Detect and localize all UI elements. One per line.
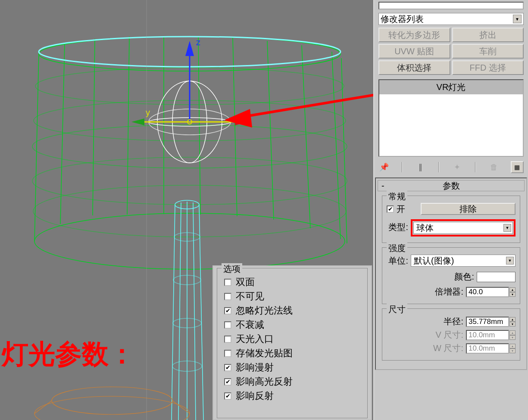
svg-point-34 bbox=[34, 396, 190, 420]
svg-marker-38 bbox=[185, 41, 194, 56]
show-end-result-icon[interactable]: ∥ bbox=[415, 162, 426, 173]
multiplier-spinner[interactable]: ▲▼ bbox=[509, 287, 516, 297]
radius-input[interactable]: 35.778mm bbox=[466, 317, 509, 327]
svg-line-6 bbox=[127, 37, 129, 215]
ignore-normals-checkbox[interactable]: ✔ bbox=[224, 307, 231, 314]
affect-diffuse-checkbox[interactable]: ✔ bbox=[224, 364, 231, 371]
chevron-down-icon[interactable]: ▼ bbox=[513, 15, 522, 23]
svg-line-9 bbox=[233, 38, 237, 216]
units-value: 默认(图像) bbox=[414, 255, 454, 267]
intensity-legend: 强度 bbox=[387, 243, 407, 254]
affect-diffuse-label: 影响漫射 bbox=[236, 361, 274, 374]
extrude-button[interactable]: 挤出 bbox=[452, 28, 524, 42]
svg-line-11 bbox=[302, 45, 310, 228]
w-size-spinner: ▲▼ bbox=[509, 344, 516, 353]
make-unique-icon[interactable]: ✦ bbox=[452, 162, 463, 173]
vol-select-button[interactable]: 体积选择 bbox=[378, 60, 450, 75]
stack-item-vr-light[interactable]: VR灯光 bbox=[379, 80, 523, 94]
w-size-input: 10.0mm bbox=[466, 343, 509, 354]
sky-portal-label: 天光入口 bbox=[236, 333, 274, 345]
svg-line-12 bbox=[332, 52, 341, 239]
rollout-header[interactable]: - 参数 bbox=[378, 180, 525, 191]
svg-point-17 bbox=[33, 185, 346, 237]
no-decay-checkbox[interactable] bbox=[224, 321, 231, 329]
radius-label: 半径: bbox=[444, 316, 463, 327]
options-group-legend: 选项 bbox=[222, 263, 242, 275]
affect-refl-label: 影响反射 bbox=[236, 389, 274, 402]
affect-refl-checkbox[interactable]: ✔ bbox=[224, 392, 231, 400]
intensity-group: 强度 单位: 默认(图像) ▼ 颜色: 倍增器: 40.0 ▲▼ bbox=[382, 247, 520, 304]
toolbar-separator bbox=[438, 162, 439, 172]
multiplier-label: 倍增器: bbox=[435, 286, 463, 298]
invisible-checkbox[interactable] bbox=[224, 293, 231, 300]
annotation-text: 灯光参数： bbox=[2, 339, 135, 369]
w-size-label: W 尺寸: bbox=[433, 342, 463, 354]
toolbar-separator bbox=[475, 162, 476, 172]
on-label: 开 bbox=[397, 203, 405, 215]
svg-line-26 bbox=[178, 202, 181, 420]
svg-line-35 bbox=[34, 401, 52, 414]
z-axis-label: z bbox=[196, 37, 200, 47]
type-value: 球体 bbox=[416, 222, 434, 234]
v-size-input: 10.0mm bbox=[466, 330, 509, 340]
type-label: 类型: bbox=[387, 221, 408, 233]
rollout-toggle[interactable]: - bbox=[381, 181, 384, 191]
double-sided-label: 双面 bbox=[236, 276, 255, 289]
to-poly-button[interactable]: 转化为多边形 bbox=[378, 28, 450, 42]
modifier-list-dropdown[interactable]: 修改器列表 ▼ bbox=[378, 13, 524, 25]
rollout-title: 参数 bbox=[443, 180, 460, 192]
uvw-map-button[interactable]: UVW 贴图 bbox=[378, 44, 450, 59]
lathe-button[interactable]: 车削 bbox=[452, 44, 524, 59]
color-swatch[interactable] bbox=[477, 272, 516, 282]
delete-modifier-icon[interactable]: 🗑 bbox=[488, 162, 500, 173]
v-size-spinner: ▲▼ bbox=[509, 330, 516, 340]
type-dropdown[interactable]: 球体 ▼ bbox=[413, 222, 513, 234]
svg-point-33 bbox=[52, 387, 172, 414]
svg-line-28 bbox=[193, 202, 196, 420]
svg-marker-40 bbox=[131, 118, 144, 125]
object-name-field[interactable] bbox=[378, 2, 524, 9]
size-group: 尺寸 半径: 35.778mm ▲▼ V 尺寸: 10.0mm ▲▼ W 尺寸:… bbox=[382, 308, 520, 361]
on-checkbox[interactable]: ✔ bbox=[387, 205, 394, 213]
v-size-label: V 尺寸: bbox=[436, 329, 463, 341]
double-sided-checkbox[interactable] bbox=[224, 279, 231, 286]
general-legend: 常规 bbox=[387, 191, 407, 202]
options-rollout-panel: 选项 双面 不可见 ✔忽略灯光法线 不衰减 天光入口 存储发光贴图 ✔影响漫射 … bbox=[212, 265, 372, 420]
units-dropdown[interactable]: 默认(图像) ▼ bbox=[411, 255, 516, 267]
pin-icon[interactable]: 📌 bbox=[378, 162, 390, 173]
svg-line-10 bbox=[267, 41, 274, 220]
sky-portal-checkbox[interactable] bbox=[224, 336, 231, 343]
size-legend: 尺寸 bbox=[387, 304, 407, 315]
chevron-down-icon[interactable]: ▼ bbox=[506, 257, 514, 264]
type-highlight: 球体 ▼ bbox=[411, 219, 516, 236]
parameters-rollout: - 参数 常规 ✔ 开 排除 类型: 球体 ▼ 强度 bbox=[375, 177, 527, 370]
svg-line-5 bbox=[93, 39, 95, 215]
ignore-normals-label: 忽略灯光法线 bbox=[236, 304, 293, 317]
toolbar-separator bbox=[402, 162, 403, 172]
no-decay-label: 不衰减 bbox=[236, 318, 264, 331]
store-irrad-label: 存储发光贴图 bbox=[236, 347, 293, 360]
invisible-label: 不可见 bbox=[236, 290, 264, 303]
ffd-select-button[interactable]: FFD 选择 bbox=[452, 60, 524, 75]
radius-spinner[interactable]: ▲▼ bbox=[509, 317, 516, 327]
color-label: 颜色: bbox=[454, 271, 474, 283]
general-group: 常规 ✔ 开 排除 类型: 球体 ▼ bbox=[382, 196, 520, 243]
svg-point-2 bbox=[32, 125, 347, 168]
svg-line-8 bbox=[198, 37, 200, 215]
modifier-stack[interactable]: VR灯光 bbox=[378, 79, 524, 157]
affect-specular-checkbox[interactable]: ✔ bbox=[224, 378, 231, 386]
modifier-list-label: 修改器列表 bbox=[381, 13, 424, 25]
multiplier-input[interactable]: 40.0 bbox=[466, 287, 509, 297]
exclude-button[interactable]: 排除 bbox=[421, 203, 516, 215]
svg-marker-41 bbox=[235, 118, 248, 125]
stack-toolbar: 📌 ∥ ✦ 🗑 ▦ bbox=[378, 159, 524, 175]
svg-point-16 bbox=[32, 157, 347, 205]
modify-panel: 修改器列表 ▼ 转化为多边形 挤出 UVW 贴图 车削 体积选择 FFD 选择 … bbox=[373, 0, 528, 420]
store-irrad-checkbox[interactable] bbox=[224, 350, 231, 357]
units-label: 单位: bbox=[387, 255, 408, 267]
chevron-down-icon[interactable]: ▼ bbox=[503, 224, 511, 232]
configure-sets-icon[interactable]: ▦ bbox=[511, 161, 524, 173]
affect-specular-label: 影响高光反射 bbox=[236, 375, 293, 388]
svg-line-3 bbox=[34, 54, 39, 241]
